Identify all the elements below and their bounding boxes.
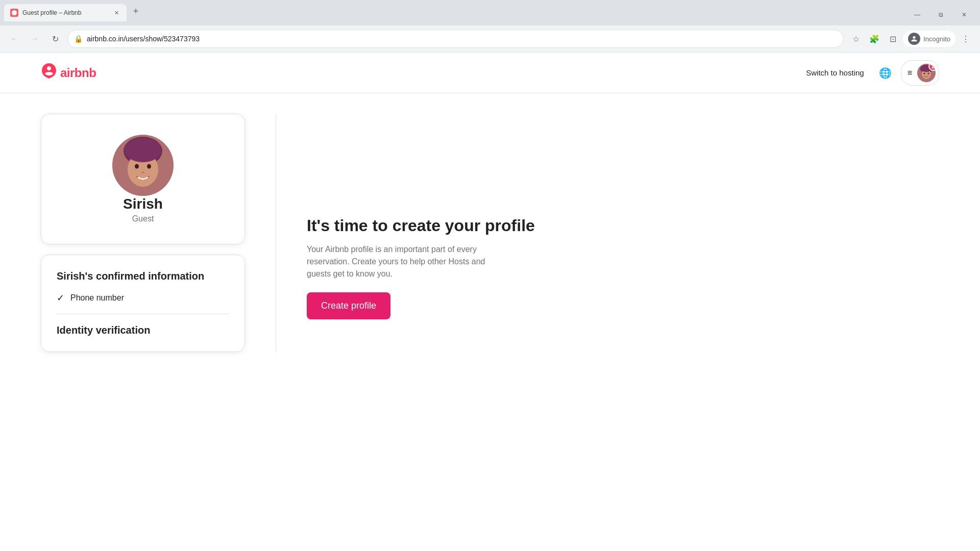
language-globe-button[interactable]: 🌐 — [874, 62, 897, 84]
profile-role: Guest — [132, 214, 154, 223]
back-button[interactable]: ← — [6, 31, 22, 47]
svg-point-9 — [125, 138, 161, 162]
bookmark-button[interactable]: ☆ — [848, 31, 864, 47]
tab-close-button[interactable]: ✕ — [112, 9, 120, 17]
browser-chrome: Guest profile – Airbnb ✕ + — ⧉ ✕ ← → ↻ 🔒… — [0, 0, 980, 53]
confirmed-info-title: Sirish's confirmed information — [57, 270, 229, 282]
svg-point-10 — [135, 164, 139, 169]
url-text: airbnb.co.in/users/show/523473793 — [87, 35, 837, 43]
airbnb-logo-icon — [41, 63, 57, 83]
incognito-badge[interactable]: Incognito — [903, 31, 955, 47]
header-right: Switch to hosting 🌐 ≡ — [800, 60, 939, 86]
close-button[interactable]: ✕ — [952, 4, 976, 26]
user-menu-button[interactable]: ≡ — [901, 60, 939, 86]
address-bar[interactable]: 🔒 airbnb.co.in/users/show/523473793 — [67, 30, 844, 48]
check-icon: ✓ — [57, 292, 64, 304]
content-area: Sirish Guest Sirish's confirmed informat… — [0, 93, 980, 372]
toolbar-actions: ☆ 🧩 ⊡ Incognito ⋮ — [848, 31, 974, 47]
switch-to-hosting-button[interactable]: Switch to hosting — [800, 64, 870, 81]
site: airbnb Switch to hosting 🌐 ≡ — [0, 53, 980, 372]
svg-point-11 — [147, 164, 151, 169]
new-tab-button[interactable]: + — [129, 4, 143, 18]
airbnb-logo[interactable]: airbnb — [41, 63, 96, 83]
notification-badge: 2 — [928, 64, 936, 71]
refresh-button[interactable]: ↻ — [47, 31, 63, 47]
restore-button[interactable]: ⧉ — [929, 4, 952, 26]
site-header: airbnb Switch to hosting 🌐 ≡ — [0, 53, 980, 93]
create-profile-description: Your Airbnb profile is an important part… — [307, 243, 511, 280]
browser-tab[interactable]: Guest profile – Airbnb ✕ — [4, 4, 127, 21]
create-profile-section: It's time to create your profile Your Ai… — [307, 114, 939, 319]
hamburger-icon: ≡ — [908, 68, 912, 78]
confirmed-item: ✓ Phone number — [57, 292, 229, 304]
minimize-button[interactable]: — — [905, 4, 929, 26]
forward-button[interactable]: → — [27, 31, 43, 47]
identity-verification-title: Identity verification — [57, 324, 229, 336]
logo-text: airbnb — [60, 66, 96, 80]
address-bar-row: ← → ↻ 🔒 airbnb.co.in/users/show/52347379… — [0, 26, 980, 52]
lock-icon: 🔒 — [74, 35, 83, 43]
extensions-button[interactable]: 🧩 — [866, 31, 883, 47]
tab-title: Guest profile – Airbnb — [22, 9, 108, 16]
profile-name: Sirish — [123, 196, 163, 212]
right-column: It's time to create your profile Your Ai… — [276, 114, 939, 352]
incognito-avatar — [908, 33, 920, 45]
svg-point-4 — [928, 72, 929, 74]
left-column: Sirish Guest Sirish's confirmed informat… — [41, 114, 276, 352]
svg-point-12 — [141, 171, 144, 173]
menu-button[interactable]: ⋮ — [958, 31, 974, 47]
user-avatar: 2 — [917, 64, 936, 82]
tab-favicon — [10, 9, 18, 17]
profile-avatar — [112, 135, 174, 196]
divider — [57, 314, 229, 314]
create-profile-button[interactable]: Create profile — [307, 292, 390, 319]
profile-card: Sirish Guest — [41, 114, 245, 244]
split-screen-button[interactable]: ⊡ — [885, 31, 901, 47]
confirmed-info-card: Sirish's confirmed information ✓ Phone n… — [41, 255, 245, 352]
incognito-label: Incognito — [923, 35, 950, 43]
window-controls: — ⧉ ✕ — [905, 4, 976, 26]
phone-number-label: Phone number — [70, 293, 124, 303]
svg-point-3 — [924, 72, 925, 74]
create-profile-title: It's time to create your profile — [307, 216, 939, 235]
